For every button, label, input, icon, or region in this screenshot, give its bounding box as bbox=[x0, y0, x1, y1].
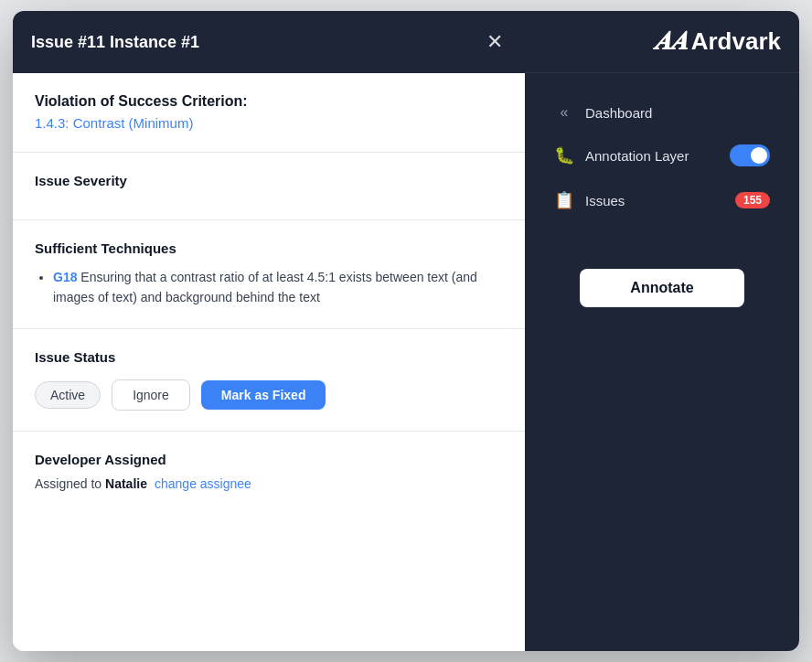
modal-title: Issue #11 Instance #1 bbox=[31, 33, 199, 52]
right-panel: 𝑨𝑨 Ardvark « Dashboard 🐛 Annotation Laye… bbox=[525, 11, 799, 651]
close-button[interactable]: ✕ bbox=[483, 28, 507, 56]
assigned-name: Natalie bbox=[105, 476, 147, 491]
technique-description: Ensuring that a contrast ratio of at lea… bbox=[53, 270, 477, 304]
bug-icon: 🐛 bbox=[554, 145, 574, 166]
sidebar-item-dashboard[interactable]: « Dashboard bbox=[532, 93, 792, 132]
left-content: Violation of Success Criterion: 1.4.3: C… bbox=[13, 73, 525, 651]
mark-fixed-button[interactable]: Mark as Fixed bbox=[201, 380, 326, 410]
annotation-layer-toggle[interactable] bbox=[730, 144, 770, 166]
sidebar-item-label-dashboard: Dashboard bbox=[585, 105, 770, 121]
techniques-heading: Sufficient Techniques bbox=[35, 240, 503, 256]
technique-code-link[interactable]: G18 bbox=[53, 270, 77, 284]
status-actions: Active Ignore Mark as Fixed bbox=[35, 379, 503, 411]
status-badge: Active bbox=[35, 381, 101, 409]
sidebar-item-annotation[interactable]: 🐛 Annotation Layer bbox=[532, 133, 792, 177]
techniques-section: Sufficient Techniques G18 Ensuring that … bbox=[13, 220, 525, 329]
change-assignee-link[interactable]: change assignee bbox=[155, 476, 251, 491]
violation-criterion-link[interactable]: 1.4.3: Contrast (Minimum) bbox=[35, 115, 193, 131]
nav-list: « Dashboard 🐛 Annotation Layer 📋 Issues … bbox=[525, 73, 799, 241]
sidebar-item-issues[interactable]: 📋 Issues 155 bbox=[532, 179, 792, 221]
sidebar-item-label-annotation: Annotation Layer bbox=[585, 148, 719, 164]
right-actions: Annotate bbox=[525, 269, 799, 307]
severity-heading: Issue Severity bbox=[35, 173, 503, 188]
modal-header: Issue #11 Instance #1 ✕ bbox=[13, 11, 525, 73]
issues-count-badge: 155 bbox=[735, 192, 770, 208]
violation-label: Violation of Success Criterion: bbox=[35, 93, 503, 110]
techniques-list: G18 Ensuring that a contrast ratio of at… bbox=[35, 267, 503, 308]
brand: 𝑨𝑨 Ardvark bbox=[655, 27, 781, 57]
status-section: Issue Status Active Ignore Mark as Fixed bbox=[13, 329, 525, 432]
developer-heading: Developer Assigned bbox=[35, 452, 503, 467]
left-panel: Issue #11 Instance #1 ✕ Violation of Suc… bbox=[13, 11, 525, 651]
ignore-button[interactable]: Ignore bbox=[112, 379, 190, 411]
brand-logo-icon: 𝑨𝑨 bbox=[655, 27, 688, 57]
developer-info: Assigned to Nataliechange assignee bbox=[35, 476, 503, 491]
violation-section: Violation of Success Criterion: 1.4.3: C… bbox=[13, 73, 525, 153]
status-heading: Issue Status bbox=[35, 349, 503, 365]
chevron-left-icon: « bbox=[554, 104, 574, 121]
issues-icon: 📋 bbox=[554, 190, 574, 210]
right-header: 𝑨𝑨 Ardvark bbox=[525, 11, 799, 73]
sidebar-item-label-issues: Issues bbox=[585, 193, 724, 208]
brand-name: Ardvark bbox=[691, 27, 781, 56]
technique-item: G18 Ensuring that a contrast ratio of at… bbox=[53, 267, 503, 308]
assigned-prefix: Assigned to bbox=[35, 476, 105, 491]
toggle-slider bbox=[730, 144, 770, 166]
severity-section: Issue Severity bbox=[13, 153, 525, 220]
annotate-button[interactable]: Annotate bbox=[580, 269, 744, 307]
developer-section: Developer Assigned Assigned to Nataliech… bbox=[13, 432, 525, 511]
